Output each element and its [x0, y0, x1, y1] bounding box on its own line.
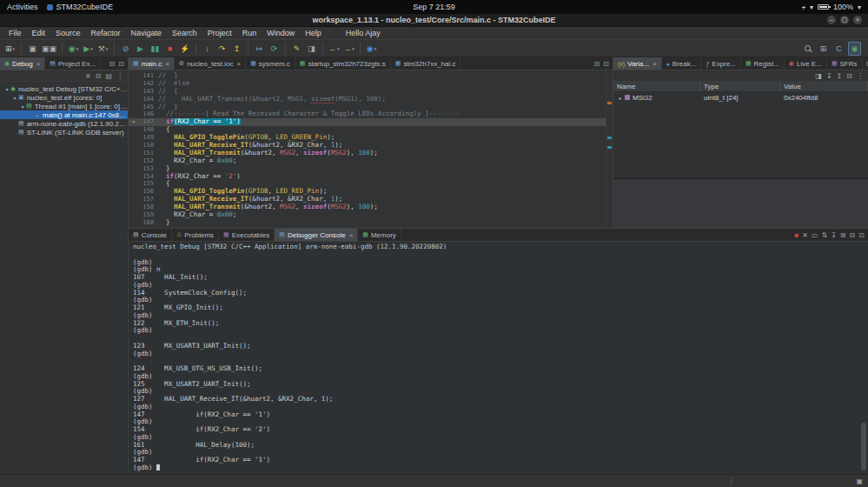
minimize-view-icon[interactable]: ⊟ [109, 60, 116, 68]
annotation-ruler[interactable] [129, 180, 137, 188]
terminate-button[interactable]: ■ [163, 42, 176, 56]
run-button[interactable]: ▶▾ [82, 42, 95, 56]
close-button[interactable]: × [853, 16, 862, 24]
external-tools-button[interactable]: ◉▾ [365, 42, 378, 56]
disconnect-button[interactable]: ⚡ [178, 42, 191, 56]
menu-edit[interactable]: Edit [27, 28, 51, 38]
line-number[interactable]: 148 [137, 126, 158, 134]
debug-tree-row[interactable]: ▤arm-none-eabi-gdb (12.1.90.2022... [0, 119, 128, 128]
pin-console-icon[interactable]: ↧ [831, 231, 837, 239]
tab-main-c[interactable]: ▦main.c× [129, 57, 175, 70]
line-number[interactable]: 159 [137, 211, 158, 219]
instruction-stepping-button[interactable]: ↦ [253, 42, 266, 56]
step-into-button[interactable]: ↓ [201, 42, 214, 56]
debugger-console-output[interactable]: nucleo_test Debug [STM32 C/C++ Applicati… [129, 242, 868, 474]
annotation-ruler[interactable] [129, 173, 137, 181]
scrollbar-thumb[interactable] [861, 423, 866, 470]
line-number[interactable]: 158 [137, 203, 158, 211]
annotation-ruler[interactable] [129, 219, 137, 227]
tab-break[interactable]: ●Break... [662, 57, 702, 70]
line-number[interactable]: 144 [137, 96, 158, 103]
search-button[interactable] [801, 42, 814, 56]
debug-tree-row[interactable]: →main() at main.c:147 0x800... [0, 110, 128, 119]
line-number[interactable]: 143 [137, 88, 158, 96]
view-menu-icon[interactable]: ⋮ [857, 72, 864, 80]
menu-source[interactable]: Source [50, 28, 86, 38]
activities-button[interactable]: Activities [7, 3, 38, 11]
ruler-mark[interactable] [607, 102, 612, 104]
debug-button[interactable]: ◉▾ [67, 42, 80, 56]
step-return-button[interactable]: ↥ [230, 42, 243, 56]
suspend-button[interactable]: ▮▮ [149, 42, 162, 56]
skip-all-breakpoints-button[interactable]: ⊘ [119, 42, 132, 56]
console-scrollbar[interactable] [861, 244, 867, 472]
column-header-type[interactable]: Type [700, 82, 780, 91]
annotation-ruler[interactable] [129, 196, 137, 203]
column-header-name[interactable]: Name [613, 82, 700, 91]
build-button[interactable]: ⚒▾ [96, 42, 109, 56]
show-type-names-icon[interactable]: ◨ [815, 72, 822, 80]
open-element-button[interactable]: ◨ [305, 42, 318, 56]
menu-hello-ajay[interactable]: Hello Ajay [341, 28, 386, 38]
focused-app-menu[interactable]: STM32CubeIDE [47, 3, 114, 11]
line-number[interactable]: 157 [137, 196, 158, 203]
tab-stm32h7xx-hal-c[interactable]: ▦stm32h7xx_hal.c [391, 57, 461, 70]
annotation-ruler[interactable] [129, 188, 137, 196]
debug-perspective-button[interactable]: ◉ [848, 42, 861, 56]
debug-toolbar-icon[interactable]: ▤ [105, 72, 112, 80]
expander-icon[interactable]: ▾ [19, 103, 26, 110]
resume-button[interactable]: ▶ [134, 42, 147, 56]
line-number[interactable]: 150 [137, 142, 158, 150]
debug-tree-row[interactable]: ▾▤Thread #1 [main] 1 [core: 0] (S... [0, 102, 128, 110]
tab-executables[interactable]: ▦Executables [219, 229, 275, 241]
menu-search[interactable]: Search [167, 28, 202, 38]
system-menu-caret-icon[interactable]: ▾ [858, 3, 861, 11]
annotation-ruler[interactable] [129, 157, 137, 165]
ruler-mark[interactable] [607, 146, 612, 149]
code-editor[interactable]: 141// }142// else143// {144// HAL_UART_T… [129, 70, 613, 228]
new-wizard-button[interactable]: ⊞▾ [3, 42, 17, 56]
maximize-view-icon[interactable]: ⊡ [603, 60, 609, 68]
tab-regist[interactable]: ▦Regist... [741, 57, 785, 70]
annotation-ruler[interactable] [129, 203, 137, 211]
line-number[interactable]: 145 [137, 103, 158, 111]
tab-console[interactable]: ▤Console [129, 229, 172, 241]
annotation-ruler[interactable] [129, 165, 137, 173]
minimize-view-icon[interactable]: ⊟ [850, 231, 856, 239]
menu-project[interactable]: Project [202, 28, 237, 38]
close-tab-icon[interactable]: × [165, 60, 169, 68]
overview-ruler[interactable] [606, 70, 613, 228]
annotation-ruler[interactable] [129, 88, 137, 96]
import-variables-icon[interactable]: ↧ [826, 72, 832, 80]
expander-icon[interactable]: ▸ [617, 95, 624, 101]
annotation-ruler[interactable] [129, 150, 137, 157]
new-source-file-button[interactable]: ✎ [290, 42, 303, 56]
tab-memory[interactable]: ▦Memory [358, 229, 401, 241]
menu-file[interactable]: File [3, 28, 27, 38]
annotation-ruler[interactable] [129, 211, 137, 219]
minimize-button[interactable]: – [827, 16, 836, 24]
scroll-lock-icon[interactable]: ⇅ [821, 231, 827, 239]
tab-startup-stm32h723zgtx-s[interactable]: ▦startup_stm32h723zgtx.s [295, 57, 391, 70]
tab-debug[interactable]: ◉Debug× [0, 57, 45, 70]
restart-button[interactable]: ⟳ [268, 42, 281, 56]
line-number[interactable]: 151 [137, 150, 158, 157]
debug-tree[interactable]: ▾◉nucleo_test Debug [STM32 C/C++ Ap...▾▣… [0, 82, 128, 474]
menu-window[interactable]: Window [262, 28, 300, 38]
tab-sysmem-c[interactable]: ▦sysmem.c [246, 57, 295, 70]
line-number[interactable]: 154 [137, 173, 158, 181]
annotation-ruler[interactable] [129, 126, 137, 134]
annotation-ruler[interactable] [129, 80, 137, 88]
export-variables-icon[interactable]: ↥ [837, 72, 843, 80]
variable-details-pane[interactable] [613, 179, 868, 228]
variables-table-body[interactable]: ▸MSG2uint8_t [24]0x2404ffd8 [613, 92, 868, 177]
clear-console-icon[interactable]: ▭ [812, 231, 818, 239]
volume-muted-icon[interactable]: ♪ [802, 3, 805, 11]
back-button[interactable]: ←▾ [328, 42, 341, 56]
tab-project-ex[interactable]: ▤Project Ex... [45, 57, 101, 70]
annotation-ruler[interactable] [129, 110, 137, 118]
maximize-button[interactable]: ▢ [840, 16, 849, 24]
column-header-value[interactable]: Value [780, 82, 868, 91]
tab-sfrs[interactable]: ▦SFRs [827, 57, 863, 70]
view-menu-icon[interactable]: ⋮ [116, 72, 123, 80]
